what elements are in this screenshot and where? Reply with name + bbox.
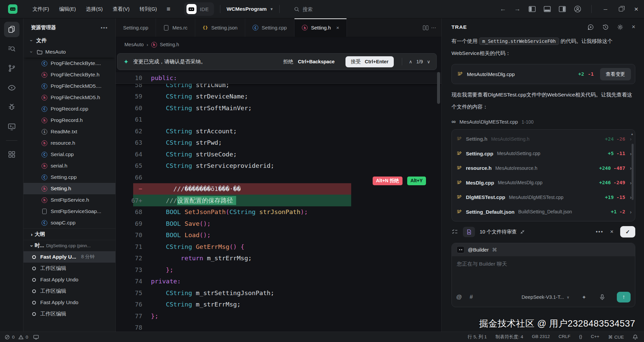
send-button[interactable]: ↑ <box>617 292 631 302</box>
status-item[interactable]: C++ <box>591 334 599 340</box>
file-tree-item[interactable]: CsoapC.cpp <box>23 217 115 228</box>
file-tree-item[interactable]: hSetting.h <box>23 183 115 194</box>
nav-back-button[interactable]: ← <box>496 4 510 14</box>
review-doc-icon[interactable] <box>463 227 475 237</box>
alt-accept-badge[interactable]: Alt+Y <box>407 177 426 185</box>
activity-extensions-icon[interactable] <box>4 147 19 162</box>
history-icon[interactable] <box>602 24 609 30</box>
menu-item[interactable]: 转到(G) <box>135 4 162 14</box>
timeline-item[interactable]: 工作区编辑 <box>23 285 115 297</box>
file-tree-item[interactable]: CProgFileCheckMD5.... <box>23 80 115 92</box>
restore-button[interactable] <box>613 2 629 16</box>
menu-item[interactable]: 选择(S) <box>81 4 108 14</box>
explorer-more-icon[interactable]: ••• <box>101 25 108 30</box>
cue-item[interactable]: ⌘ CUE <box>608 334 624 340</box>
account-icon[interactable] <box>570 4 585 14</box>
timeline-item[interactable]: Fast Apply U...8 分钟 <box>23 251 115 263</box>
changed-file-row[interactable]: Setting.hMesAuto\Setting.h+24-26› <box>457 132 632 146</box>
file-tree-item[interactable]: SmtFtpServiceSoap... <box>23 206 115 217</box>
collapse-icon[interactable] <box>520 230 525 234</box>
status-item[interactable]: 制表符长度: 4 <box>495 334 523 340</box>
status-item[interactable]: GB 2312 <box>532 334 550 340</box>
mention-icon[interactable]: @ <box>456 294 462 300</box>
ide-switcher[interactable]: IDE <box>184 2 214 16</box>
search-input[interactable] <box>303 6 333 12</box>
tab-close-icon[interactable]: × <box>336 25 339 30</box>
changed-file-row[interactable]: DlgMESTest.cppMesAuto\DlgMESTest.cpp+19-… <box>457 190 632 205</box>
bell-icon[interactable] <box>633 334 638 340</box>
nav-forward-button[interactable]: → <box>510 4 525 14</box>
scroll-up-icon[interactable]: ▲ <box>631 132 634 136</box>
toggle-bottom-panel-icon[interactable] <box>540 4 555 14</box>
changed-file-row[interactable]: resource.hMesAuto\resource.h+240-487› <box>457 161 632 176</box>
split-editor-icon[interactable] <box>423 25 428 30</box>
file-tree-item[interactable]: CSerial.cpp <box>23 149 115 160</box>
file-tree-item[interactable]: hSmtFtpService.h <box>23 194 115 206</box>
ports-icon[interactable] <box>33 335 39 340</box>
view-changes-button[interactable]: 查看变更 <box>600 68 631 80</box>
tab-setting-cpp[interactable]: CSetting.cpp <box>245 18 294 37</box>
warnings-icon[interactable] <box>18 335 23 340</box>
timeline-item[interactable]: 工作区编辑 <box>23 263 115 274</box>
file-tree-item[interactable]: CProgFileCheckByte.... <box>23 58 115 69</box>
activity-debug-icon[interactable] <box>4 99 19 115</box>
file-read-row[interactable]: ∞ MesAuto\DlgMESTest.cpp 1-100 <box>451 118 635 125</box>
minimize-button[interactable]: ─ <box>598 2 613 16</box>
enhance-icon[interactable]: ✦ <box>582 294 586 300</box>
timeline-item[interactable]: Fast Apply Undo <box>23 274 115 285</box>
editor-scrollbar[interactable] <box>437 72 440 104</box>
changed-file-row[interactable]: MesDlg.cppMesAuto\MesDlg.cpp+246-249› <box>457 176 632 190</box>
accept-all-button[interactable]: ✓ <box>620 226 635 237</box>
checklist-icon[interactable] <box>451 228 458 235</box>
timeline-item[interactable]: Fast Apply Undo <box>23 297 115 308</box>
next-change-icon[interactable]: ∨ <box>427 59 430 64</box>
changed-file-row[interactable]: Setting_Default.jsonBuild\Setting_Defaul… <box>457 205 632 219</box>
mic-icon[interactable] <box>599 294 605 300</box>
tab-setting-json[interactable]: {}Setting.json <box>195 18 245 37</box>
file-tree-item[interactable]: CProgRecord.cpp <box>23 103 115 115</box>
chevron-right-icon[interactable]: › <box>630 136 632 142</box>
file-tree-item[interactable]: hProgFileCheckByte.h <box>23 69 115 80</box>
activity-explorer-icon[interactable] <box>4 22 19 37</box>
activity-preview-icon[interactable] <box>4 80 19 95</box>
context-icon[interactable]: # <box>470 294 473 300</box>
toggle-right-sidebar-icon[interactable] <box>555 4 570 14</box>
tab-mes-rc[interactable]: Mes.rc <box>156 18 195 37</box>
file-tree-item[interactable]: CSetting.cpp <box>23 172 115 183</box>
gear-icon[interactable] <box>617 24 624 30</box>
breadcrumb[interactable]: MesAuto › h Setting.h <box>116 37 441 52</box>
file-tree-item[interactable]: hProgFileCheckMD5.h <box>23 92 115 103</box>
menu-item[interactable]: 编辑(E) <box>54 4 81 14</box>
activity-terminal-icon[interactable] <box>4 119 19 134</box>
feedback-icon[interactable] <box>587 24 594 30</box>
file-tree-item[interactable]: hserial.h <box>23 160 115 172</box>
tab-setting-h[interactable]: hSetting.h× <box>294 18 347 37</box>
changed-file-row[interactable]: Setting.cppMesAuto\Setting.cpp+5-11› <box>457 146 632 161</box>
file-tree-item[interactable]: hProgRecord.h <box>23 115 115 126</box>
code-viewport[interactable]: 58 CString strICNum;59 CString strDevice… <box>116 79 441 332</box>
menu-item[interactable]: 查看(V) <box>108 4 135 14</box>
folder-mesauto[interactable]: › MesAuto <box>23 46 115 58</box>
alt-reject-badge[interactable]: Alt+N 拒绝 <box>373 177 402 185</box>
activity-search-icon[interactable] <box>4 41 19 57</box>
section-outline[interactable]: › 大纲 <box>23 228 115 240</box>
toggle-left-sidebar-icon[interactable] <box>525 4 540 14</box>
global-search[interactable] <box>294 6 333 12</box>
file-tree-item[interactable]: iReadMe.txt <box>23 126 115 137</box>
section-files[interactable]: › 文件 <box>23 35 115 46</box>
review-dismiss-icon[interactable]: × <box>610 228 613 235</box>
error-count[interactable]: 0 <box>12 335 15 340</box>
agent-chip[interactable]: @Builder ⌘ <box>452 243 635 256</box>
status-item[interactable]: {} <box>579 334 582 340</box>
tab-setting-cpp[interactable]: Setting.cpp <box>116 18 156 37</box>
card-scrollbar[interactable] <box>632 144 634 200</box>
file-tree-item[interactable]: hresource.h <box>23 137 115 149</box>
errors-icon[interactable] <box>5 335 10 340</box>
menu-item[interactable]: 文件(F) <box>28 4 54 14</box>
file-change-card[interactable]: MesAuto\MesDlg.cpp +2 -1 查看变更 <box>451 64 635 84</box>
status-item[interactable]: 行 5, 列 1 <box>468 334 487 340</box>
close-panel-icon[interactable]: × <box>632 23 635 30</box>
project-selector[interactable]: WCMesProgram ▼ <box>226 6 273 12</box>
more-menus-icon[interactable]: ≡ <box>162 4 175 14</box>
reject-button[interactable]: 拒绝 <box>283 59 293 65</box>
